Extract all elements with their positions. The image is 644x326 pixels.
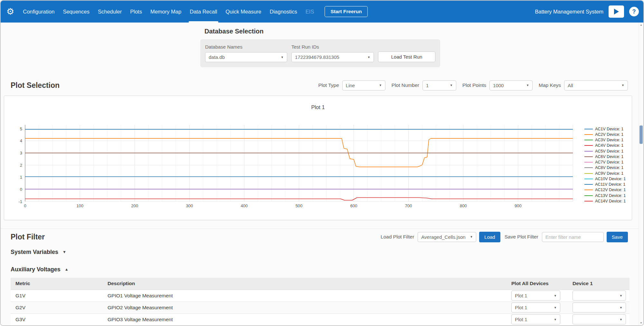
- start-freerun-button[interactable]: Start Freerun: [325, 6, 367, 17]
- navbar-right: Battery Management System ?: [535, 5, 639, 18]
- scrollbar-thumb[interactable]: [639, 126, 643, 144]
- scroll-up-icon[interactable]: ▲: [639, 23, 643, 26]
- plot-filter-title: Plot Filter: [11, 233, 45, 241]
- load-test-run-button[interactable]: Load Test Run: [378, 51, 435, 62]
- col-header-metric: Metric: [11, 278, 103, 290]
- gear-icon[interactable]: ⚙: [6, 7, 14, 16]
- collapse-up-icon: ▲: [65, 267, 69, 272]
- svg-text:4: 4: [20, 138, 22, 143]
- plot-points-label: Plot Points: [462, 82, 486, 88]
- legend-color-swatch: [584, 156, 593, 157]
- load-filter-button[interactable]: Load: [479, 232, 500, 242]
- legend-color-swatch: [584, 162, 593, 163]
- plot-all-devices-value: Plot 1: [515, 293, 527, 298]
- nav-item[interactable]: Data Recall: [185, 1, 221, 23]
- save-filter-button[interactable]: Save: [607, 232, 628, 242]
- nav-item[interactable]: Configuration: [19, 1, 59, 23]
- map-keys-value: All: [568, 83, 573, 88]
- legend-item: AC9V Device: 1: [584, 171, 626, 176]
- legend-label: AC7V Device: 1: [595, 160, 623, 164]
- line-chart[interactable]: -10123450100200300400500600700800900: [5, 114, 633, 210]
- nav-item[interactable]: Scheduler: [94, 1, 126, 23]
- nav-item[interactable]: EIS: [301, 1, 318, 23]
- description-cell: GPIO1 Voltage Measurement: [103, 290, 507, 302]
- database-names-select[interactable]: data.db ▼: [205, 52, 287, 62]
- plot-selection-title: Plot Selection: [11, 81, 60, 90]
- chevron-down-icon: ▼: [620, 306, 622, 309]
- plot-type-control: Plot Type Line ▼: [318, 80, 385, 90]
- chevron-down-icon: ▼: [554, 294, 557, 297]
- scroll-down-icon[interactable]: ▼: [639, 321, 643, 324]
- help-glyph: ?: [632, 8, 636, 15]
- plot-type-label: Plot Type: [318, 82, 339, 88]
- device1-select[interactable]: ▼: [573, 303, 626, 312]
- svg-text:0: 0: [24, 203, 26, 208]
- database-names-value: data.db: [209, 54, 225, 60]
- system-variables-toggle[interactable]: System Variables ▼: [11, 246, 66, 258]
- database-selection-card: Database Names data.db ▼ Test Run IDs 17…: [200, 39, 440, 67]
- legend-item: AC6V Device: 1: [584, 154, 626, 159]
- test-run-ids-select[interactable]: 1722394679.831305 ▼: [291, 52, 374, 62]
- legend-color-swatch: [584, 173, 593, 174]
- nav-item[interactable]: Memory Map: [146, 1, 185, 23]
- legend-label: AC4V Device: 1: [595, 143, 623, 148]
- vertical-scrollbar[interactable]: ▲ ▼: [639, 23, 643, 325]
- svg-text:5: 5: [20, 126, 22, 131]
- plot-all-devices-select[interactable]: Plot 1 ▼: [511, 291, 560, 301]
- legend-color-swatch: [584, 201, 593, 201]
- plot-all-devices-select[interactable]: Plot 1 ▼: [511, 303, 560, 312]
- svg-text:900: 900: [515, 203, 522, 208]
- legend-label: AC8V Device: 1: [595, 165, 623, 170]
- device1-select[interactable]: ▼: [573, 314, 626, 324]
- plot-all-devices-select[interactable]: Plot 1 ▼: [511, 314, 560, 324]
- plot-all-devices-value: Plot 1: [515, 317, 527, 322]
- legend-label: AC5V Device: 1: [595, 149, 623, 154]
- legend-color-swatch: [584, 145, 593, 146]
- auxiliary-voltages-toggle[interactable]: Auxiliary Voltages ▲: [11, 264, 69, 275]
- map-keys-select[interactable]: All ▼: [564, 80, 628, 90]
- load-plot-filter-select[interactable]: Averaged_Cells.json ▼: [418, 232, 476, 242]
- legend-color-swatch: [584, 184, 593, 185]
- plot-all-devices-value: Plot 1: [515, 305, 527, 310]
- plot-type-select[interactable]: Line ▼: [342, 80, 385, 90]
- svg-text:2: 2: [20, 163, 22, 168]
- map-keys-control: Map Keys All ▼: [539, 80, 628, 90]
- plot-card: Plot 1 -10123450100200300400500600700800…: [4, 96, 632, 220]
- top-navbar: ⚙ Configuration Sequences Scheduler Plot…: [1, 1, 643, 23]
- play-button[interactable]: [609, 5, 624, 18]
- nav-item[interactable]: Plots: [126, 1, 146, 23]
- svg-text:600: 600: [350, 203, 357, 208]
- device1-select[interactable]: ▼: [573, 291, 626, 301]
- plot-selection-section: Plot Selection Plot Type Line ▼ Plot Num…: [1, 77, 639, 94]
- plot-number-select[interactable]: 1 ▼: [422, 80, 456, 90]
- nav-item[interactable]: Diagnostics: [266, 1, 301, 23]
- legend-item: AC14V Device: 1: [584, 198, 626, 204]
- description-cell: GPIO3 Voltage Measurement: [103, 313, 507, 325]
- plot-points-select[interactable]: 1000 ▼: [489, 80, 533, 90]
- col-header-device-1: Device 1: [568, 278, 630, 290]
- legend-label: AC10V Device: 1: [595, 177, 626, 181]
- legend-color-swatch: [584, 179, 593, 179]
- save-plot-filter-label: Save Plot Filter: [505, 234, 538, 240]
- chevron-down-icon: ▼: [379, 84, 382, 87]
- chevron-down-icon: ▼: [281, 56, 284, 59]
- legend-label: AC13V Device: 1: [595, 193, 626, 198]
- collapse-down-icon: ▼: [62, 250, 66, 254]
- nav-item[interactable]: Sequences: [59, 1, 94, 23]
- map-keys-label: Map Keys: [539, 82, 561, 88]
- test-run-ids-value: 1722394679.831305: [295, 54, 339, 60]
- chevron-down-icon: ▼: [620, 294, 622, 297]
- svg-text:0: 0: [20, 187, 22, 192]
- filter-name-input[interactable]: [542, 232, 604, 242]
- chevron-down-icon: ▼: [450, 84, 453, 87]
- svg-text:300: 300: [186, 203, 193, 208]
- plot-number-control: Plot Number 1 ▼: [392, 80, 456, 90]
- database-names-field: Database Names data.db ▼: [205, 44, 287, 62]
- legend-item: AC11V Device: 1: [584, 182, 626, 187]
- plot-selection-controls: Plot Type Line ▼ Plot Number 1 ▼ Plot Po…: [318, 80, 628, 90]
- help-icon[interactable]: ?: [629, 7, 639, 16]
- system-variables-title: System Variables: [11, 249, 58, 256]
- main-nav: Configuration Sequences Scheduler Plots …: [19, 1, 318, 23]
- svg-text:800: 800: [460, 203, 467, 208]
- nav-item[interactable]: Quick Measure: [222, 1, 266, 23]
